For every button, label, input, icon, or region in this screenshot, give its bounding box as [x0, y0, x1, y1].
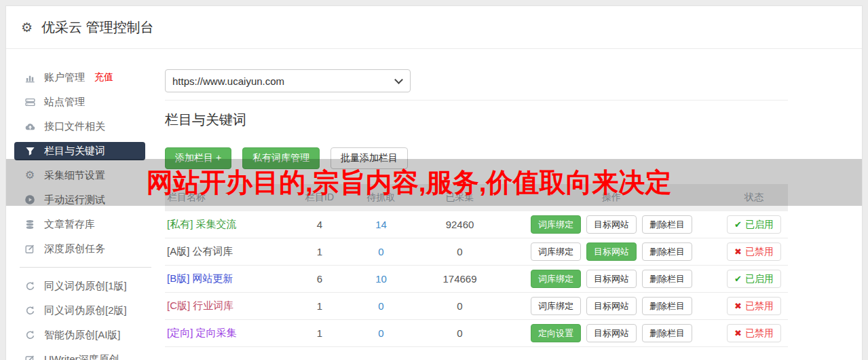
lexicon-bind-button[interactable]: 词库绑定: [531, 297, 581, 315]
sidebar-item-columns-keywords[interactable]: 栏目与关键词: [14, 142, 145, 160]
site-select[interactable]: https://www.ucaiyun.com: [165, 69, 411, 92]
target-site-button[interactable]: 目标网站: [586, 270, 637, 288]
sidebar-item-label: UWriter深度原创: [44, 353, 119, 360]
table-row: [B版] 网站更新610174669词库绑定目标网站删除栏目✔已启用: [165, 266, 788, 293]
columns-table: 栏目名称栏目ID待抓取已采集操作状态 [私有] 采集交流41492460词库绑定…: [165, 184, 788, 347]
sidebar-item-label: 站点管理: [44, 96, 85, 109]
status-cell: ✔已启用: [720, 215, 788, 234]
sidebar-item-label: 深度原创任务: [44, 242, 105, 255]
target-site-button[interactable]: 目标网站: [586, 324, 637, 342]
app-title: 优采云 管理控制台: [41, 18, 154, 37]
column-id-value: 4: [294, 219, 345, 230]
status-badge[interactable]: ✔已启用: [727, 270, 781, 288]
sidebar-item-ai-rewrite[interactable]: 智能伪原创[AI版]: [6, 323, 165, 347]
target-site-button[interactable]: 目标网站: [586, 242, 637, 261]
row-actions: 词库绑定目标网站删除栏目: [503, 242, 720, 261]
sidebar-item-account[interactable]: 账户管理充值: [6, 65, 165, 90]
divider: [165, 100, 788, 101]
collected-count-value: 0: [417, 246, 503, 257]
lexicon-bind-button[interactable]: 词库绑定: [531, 270, 581, 288]
check-icon: ✔: [734, 274, 742, 283]
sidebar-item-label: 栏目与关键词: [44, 145, 105, 158]
table-row: [私有] 采集交流41492460词库绑定目标网站删除栏目✔已启用: [165, 211, 788, 238]
column-name-link[interactable]: [私有] 采集交流: [165, 218, 294, 231]
overlay-banner: 网站开办目的,宗旨内容,服务,价值取向来决定: [6, 159, 862, 206]
status-badge[interactable]: ✔已启用: [727, 215, 781, 234]
column-name-link[interactable]: [A版] 公有词库: [165, 245, 294, 258]
overlay-watermark-text: 网站开办目的,宗旨内容,服务,价值取向来决定: [6, 169, 672, 196]
status-badge[interactable]: ✖已禁用: [727, 324, 781, 342]
target-site-button[interactable]: 目标网站: [586, 215, 637, 234]
row-actions: 词库绑定目标网站删除栏目: [503, 215, 720, 234]
target-site-button[interactable]: 目标网站: [586, 297, 637, 315]
check-icon: ✔: [734, 220, 742, 229]
sidebar-item-article-staging[interactable]: 文章暂存库: [6, 212, 165, 236]
sidebar-divider: [20, 267, 151, 268]
row-actions: 定向设置目标网站删除栏目: [503, 324, 720, 342]
sidebar-item-sites[interactable]: 站点管理: [6, 90, 165, 114]
sidebar-item-label: 智能伪原创[AI版]: [44, 329, 121, 342]
delete-column-button[interactable]: 删除栏目: [642, 297, 692, 315]
sidebar-item-synonym-rewrite-1[interactable]: 同义词伪原创[1版]: [6, 274, 165, 298]
cloud-upload-icon: [24, 121, 36, 132]
pending-count-link[interactable]: 0: [345, 246, 417, 257]
status-label: 已禁用: [745, 327, 774, 340]
cross-icon: ✖: [734, 247, 742, 256]
status-label: 已启用: [745, 273, 774, 285]
site-select-wrap: https://www.ucaiyun.com: [165, 69, 411, 92]
column-id-value: 1: [294, 246, 345, 257]
sidebar-item-deep-original-tasks[interactable]: 深度原创任务: [6, 236, 165, 261]
sidebar-item-synonym-rewrite-2[interactable]: 同义词伪原创[2版]: [6, 298, 165, 323]
collected-count-value: 0: [417, 327, 503, 339]
pending-count-link[interactable]: 14: [345, 219, 417, 230]
bar-chart-icon: [24, 72, 36, 83]
database-icon: [24, 219, 36, 230]
cross-icon: ✖: [734, 302, 742, 310]
status-cell: ✔已启用: [720, 270, 788, 288]
pending-count-link[interactable]: 10: [345, 273, 417, 285]
pending-count-link[interactable]: 0: [345, 327, 417, 339]
sidebar-item-label: 同义词伪原创[2版]: [44, 304, 127, 317]
sites-icon: [24, 96, 36, 107]
delete-column-button[interactable]: 删除栏目: [642, 324, 692, 342]
pending-count-link[interactable]: 0: [345, 300, 417, 312]
table-row: [定向] 定向采集100定向设置目标网站删除栏目✖已禁用: [165, 320, 788, 347]
lexicon-bind-button[interactable]: 词库绑定: [531, 215, 581, 234]
edit-icon: [24, 354, 36, 360]
column-name-link[interactable]: [C版] 行业词库: [165, 300, 294, 312]
collected-count-value: 92460: [417, 219, 503, 230]
status-label: 已启用: [745, 219, 774, 231]
column-name-link[interactable]: [B版] 网站更新: [165, 272, 294, 285]
delete-column-button[interactable]: 删除栏目: [642, 270, 692, 288]
column-id-value: 6: [294, 273, 345, 285]
delete-column-button[interactable]: 删除栏目: [642, 215, 692, 234]
refresh-icon: [24, 281, 36, 291]
sidebar-item-label: 同义词伪原创[1版]: [44, 280, 127, 293]
cross-icon: ✖: [734, 329, 742, 338]
delete-column-button[interactable]: 删除栏目: [642, 242, 692, 261]
column-id-value: 1: [294, 327, 345, 339]
row-actions: 词库绑定目标网站删除栏目: [503, 297, 720, 315]
sidebar-item-label: 文章暂存库: [44, 218, 95, 231]
funnel-icon: [24, 145, 36, 156]
status-cell: ✖已禁用: [720, 324, 788, 342]
sidebar-item-label: 账户管理: [44, 71, 85, 84]
collected-count-value: 0: [417, 300, 503, 312]
status-badge[interactable]: ✖已禁用: [727, 242, 781, 261]
refresh-icon: [24, 329, 36, 340]
status-label: 已禁用: [745, 300, 774, 312]
row-actions: 词库绑定目标网站删除栏目: [503, 270, 720, 288]
gear-icon: ⚙: [21, 21, 33, 34]
sidebar-item-interface-files[interactable]: 接口文件相关: [6, 114, 165, 139]
lexicon-bind-button[interactable]: 词库绑定: [531, 242, 581, 261]
app-header: ⚙ 优采云 管理控制台: [6, 6, 862, 49]
page-title: 栏目与关键词: [165, 111, 788, 129]
directional-setting-button[interactable]: 定向设置: [531, 324, 581, 342]
table-body: [私有] 采集交流41492460词库绑定目标网站删除栏目✔已启用[A版] 公有…: [165, 211, 788, 347]
sidebar-item-label: 接口文件相关: [44, 120, 105, 133]
status-cell: ✖已禁用: [720, 242, 788, 261]
sidebar-item-uwriter-deep-original[interactable]: UWriter深度原创: [6, 347, 165, 360]
status-badge[interactable]: ✖已禁用: [727, 297, 781, 315]
recharge-link[interactable]: 充值: [94, 71, 113, 84]
column-name-link[interactable]: [定向] 定向采集: [165, 327, 294, 340]
